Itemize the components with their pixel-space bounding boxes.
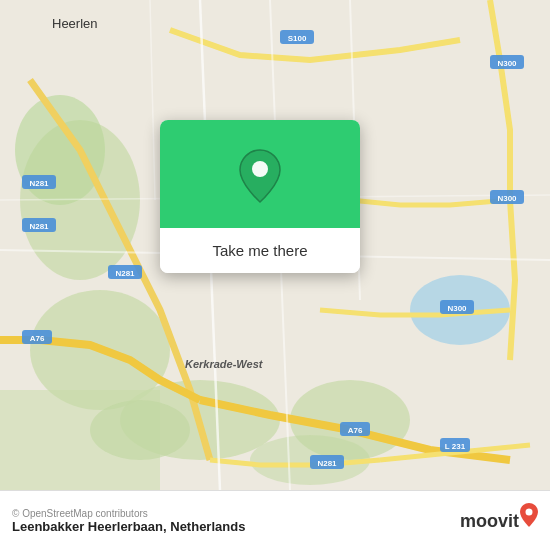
popup-card: Take me there [160,120,360,273]
svg-point-8 [90,400,190,460]
svg-text:A76: A76 [30,334,45,343]
map-container: N281 N281 N281 S100 N300 N300 N300 A76 A… [0,0,550,490]
svg-text:N281: N281 [317,459,337,468]
svg-point-43 [526,508,533,515]
svg-text:Heerlen: Heerlen [52,16,98,31]
svg-point-41 [252,161,268,177]
svg-text:N281: N281 [29,179,49,188]
footer: © OpenStreetMap contributors Leenbakker … [0,490,550,550]
svg-text:moovit: moovit [460,511,519,531]
location-title: Leenbakker Heerlerbaan, Netherlands [12,519,245,534]
footer-text-group: © OpenStreetMap contributors Leenbakker … [12,508,245,534]
attribution-text: © OpenStreetMap contributors [12,508,245,519]
svg-text:A76: A76 [348,426,363,435]
popup-pin [238,148,282,204]
take-me-there-button[interactable]: Take me there [160,228,360,273]
svg-text:S100: S100 [288,34,307,43]
svg-text:L 231: L 231 [445,442,466,451]
moovit-logo: moovit [458,501,538,541]
popup-green-area [160,120,360,228]
svg-text:N281: N281 [115,269,135,278]
svg-text:N281: N281 [29,222,49,231]
svg-text:N300: N300 [497,59,517,68]
svg-text:Kerkrade-West: Kerkrade-West [185,358,264,370]
svg-text:N300: N300 [447,304,467,313]
svg-text:N300: N300 [497,194,517,203]
